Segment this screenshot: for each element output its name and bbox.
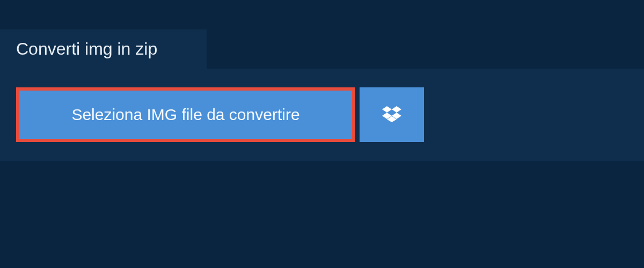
button-row: Seleziona IMG file da convertire xyxy=(16,87,628,142)
tab-bar: Converti img in zip xyxy=(0,29,644,69)
content-panel: Seleziona IMG file da convertire xyxy=(0,69,644,161)
select-file-button[interactable]: Seleziona IMG file da convertire xyxy=(16,87,355,142)
tab-label: Converti img in zip xyxy=(16,39,157,58)
select-file-label: Seleziona IMG file da convertire xyxy=(71,106,299,124)
dropbox-icon xyxy=(382,105,401,125)
dropbox-button[interactable] xyxy=(360,87,424,142)
tab-convert-img-zip[interactable]: Converti img in zip xyxy=(0,29,207,69)
